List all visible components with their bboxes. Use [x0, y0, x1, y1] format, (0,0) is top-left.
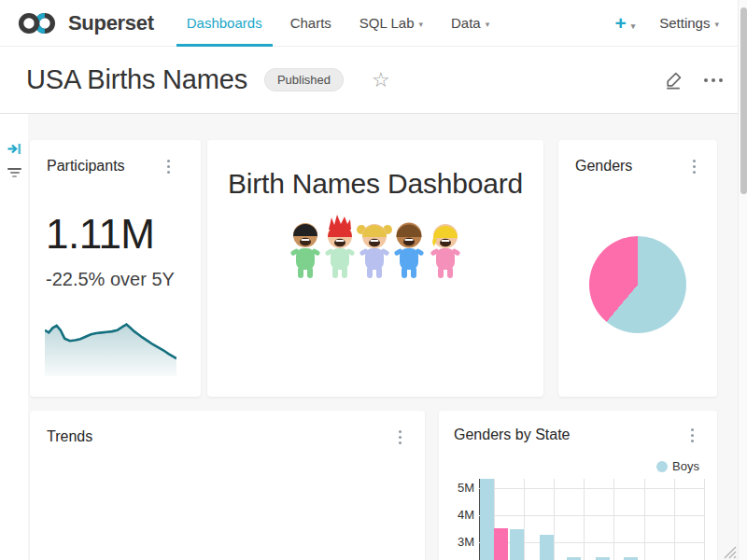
scrollbar-track[interactable] — [738, 0, 747, 560]
chart-title: Trends — [47, 428, 92, 445]
big-number-value: 1.11M — [46, 211, 155, 258]
page-title: USA Births Names — [26, 64, 247, 95]
card-trends: Trends AmandaAndrewAnthonyAshleyBrianChr… — [30, 411, 425, 560]
kebab-menu-icon[interactable] — [397, 428, 403, 446]
y-axis-tick: 4M — [439, 508, 474, 522]
header-actions — [664, 70, 747, 90]
card-genders-by-state: Genders by State Boys 5M4M3M — [439, 411, 717, 560]
navbar: Superset Dashboards Charts SQL Lab▾ Data… — [0, 0, 747, 47]
superset-logo-icon — [17, 9, 60, 37]
chart-title: Participants — [47, 158, 125, 175]
nav-item-sql-lab[interactable]: SQL Lab▾ — [349, 0, 433, 47]
chart-title: Genders — [575, 158, 632, 175]
kebab-menu-icon[interactable] — [165, 158, 172, 175]
nav-item-data[interactable]: Data▾ — [441, 0, 500, 47]
card-genders: Genders — [558, 140, 717, 397]
published-badge[interactable]: Published — [264, 68, 344, 91]
nav-item-charts[interactable]: Charts — [280, 0, 342, 47]
nav-item-dashboards[interactable]: Dashboards — [176, 0, 273, 47]
children-illustration — [287, 215, 464, 282]
more-actions-icon[interactable] — [704, 78, 723, 82]
resize-grip-icon[interactable] — [723, 545, 737, 559]
chevron-down-icon: ▾ — [631, 21, 636, 31]
superset-app: Superset Dashboards Charts SQL Lab▾ Data… — [0, 0, 747, 560]
card-markdown: Birth Names Dashboard — [207, 140, 543, 397]
edit-pencil-icon[interactable] — [664, 70, 684, 90]
brand-name: Superset — [68, 11, 154, 35]
big-number-subheader: -22.5% over 5Y — [46, 269, 175, 290]
dashboard-header: USA Births Names Published ☆ — [0, 47, 747, 114]
state-chart: 5M4M3M — [439, 411, 717, 560]
nav-menu: Dashboards Charts SQL Lab▾ Data▾ — [176, 0, 507, 47]
chevron-down-icon: ▾ — [486, 20, 490, 29]
filter-bar-collapsed — [0, 114, 28, 560]
bar-girls[interactable] — [494, 528, 508, 560]
sparkline-chart — [45, 317, 176, 376]
kebab-menu-icon[interactable] — [691, 158, 698, 175]
bar-boys[interactable] — [540, 535, 554, 560]
y-axis-tick: 3M — [439, 535, 474, 549]
favorite-star-icon[interactable]: ☆ — [372, 70, 390, 91]
expand-filter-bar-icon[interactable] — [7, 141, 22, 157]
nav-right: +▾ Settings▾ — [614, 13, 732, 33]
chevron-down-icon: ▾ — [714, 20, 719, 29]
markdown-title: Birth Names Dashboard — [207, 168, 543, 200]
chevron-down-icon: ▾ — [418, 20, 423, 29]
card-participants: Participants 1.11M -22.5% over 5Y — [30, 140, 201, 397]
bar-boys[interactable] — [510, 529, 524, 560]
filter-icon[interactable] — [7, 168, 22, 177]
scrollbar-thumb[interactable] — [740, 7, 747, 194]
settings-menu[interactable]: Settings▾ — [659, 15, 719, 31]
bar-boys[interactable] — [480, 479, 494, 560]
genders-pie-chart[interactable] — [589, 236, 686, 333]
y-axis-tick: 5M — [439, 481, 474, 495]
new-item-button[interactable]: +▾ — [614, 13, 635, 33]
superset-logo-link[interactable]: Superset — [17, 9, 154, 37]
